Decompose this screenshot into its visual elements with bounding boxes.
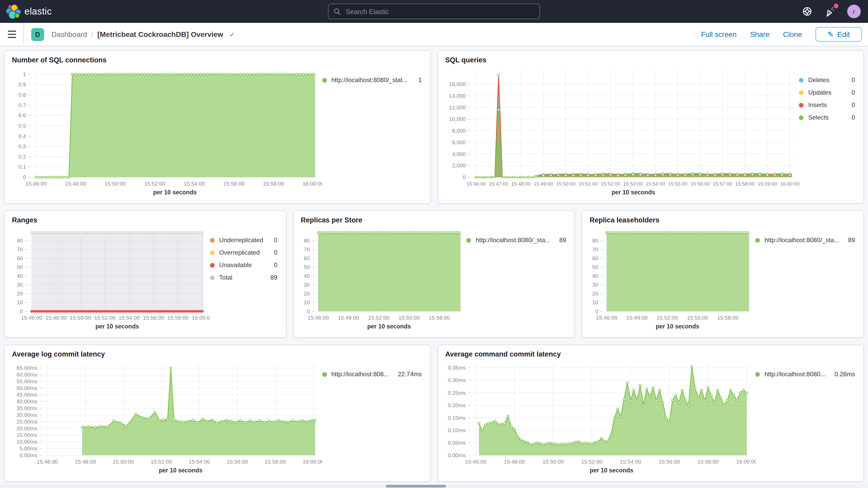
clone-button[interactable]: Clone <box>783 30 802 38</box>
edit-button[interactable]: ✎ Edit <box>815 27 862 41</box>
saved-check-icon[interactable]: ✓ <box>229 30 235 38</box>
svg-text:0.00ms: 0.00ms <box>20 452 37 458</box>
legend-item[interactable]: Unavailable0 <box>210 262 277 269</box>
chart-canvas-replica-leaseholders[interactable]: 8070605040302010015:46:0015:49:0015:52:0… <box>589 225 755 333</box>
elastic-brand[interactable]: elastic <box>0 5 121 18</box>
chart-canvas-log-commit-latency[interactable]: 65.00ms60.00ms55.00ms50.00ms45.00ms40.00… <box>11 359 322 477</box>
svg-text:30: 30 <box>304 282 310 288</box>
space-badge[interactable]: D <box>31 28 44 41</box>
hamburger-menu-icon[interactable] <box>0 23 24 46</box>
legend-series-dot <box>210 238 214 242</box>
dashboard-grid: Number of SQL connections 10.90.80.70.60… <box>0 46 868 486</box>
svg-text:0: 0 <box>20 308 23 314</box>
pencil-icon: ✎ <box>828 30 833 38</box>
svg-text:40.00ms: 40.00ms <box>17 398 37 404</box>
panel-replica-leaseholders: Replica leaseholders 8070605040302010015… <box>582 211 864 338</box>
legend-series-label: Overreplicated <box>219 249 259 256</box>
legend-item[interactable]: Underreplicated0 <box>210 237 277 244</box>
svg-text:0.20ms: 0.20ms <box>447 402 465 408</box>
svg-text:80: 80 <box>17 238 23 243</box>
breadcrumb-dashboard[interactable]: Dashboard <box>52 30 87 38</box>
svg-text:per 10 seconds: per 10 seconds <box>589 467 633 474</box>
chart-legend: http://localhost:8080...0.26ms <box>755 359 857 477</box>
svg-text:16:00:00: 16:00:00 <box>303 181 322 187</box>
svg-text:8,000: 8,000 <box>452 128 465 133</box>
svg-text:15:53:00: 15:53:00 <box>623 181 643 187</box>
svg-text:16,000: 16,000 <box>449 81 465 87</box>
legend-series-dot <box>799 115 804 120</box>
chart-legend: http://localhost:808...22.74ms <box>322 359 424 477</box>
svg-text:15:56:00: 15:56:00 <box>658 459 680 465</box>
svg-text:0.35ms: 0.35ms <box>447 365 465 370</box>
legend-item[interactable]: Inserts0 <box>799 101 855 109</box>
legend-series-value: 89 <box>844 237 855 244</box>
elastic-logo-icon <box>6 5 20 18</box>
svg-text:per 10 seconds: per 10 seconds <box>656 323 699 330</box>
legend-item[interactable]: Total89 <box>210 274 277 281</box>
legend-series-value: 22.74ms <box>394 370 422 378</box>
panel-ranges: Ranges 8070605040302010015:46:0015:48:00… <box>4 211 286 338</box>
panel-sql-queries: SQL queries 16,00014,00012,00010,0008,00… <box>437 51 864 204</box>
legend-item[interactable]: http://localhost:8080...0.26ms <box>755 370 855 378</box>
svg-text:15:46:00: 15:46:00 <box>26 181 47 187</box>
svg-text:60.00ms: 60.00ms <box>17 372 37 377</box>
svg-text:14,000: 14,000 <box>449 93 465 99</box>
svg-text:10: 10 <box>592 299 598 305</box>
legend-series-dot <box>755 238 760 242</box>
scrollbar-thumb[interactable] <box>386 485 446 487</box>
svg-text:16:00:00: 16:00:00 <box>780 181 799 187</box>
svg-text:per 10 seconds: per 10 seconds <box>367 323 411 330</box>
share-button[interactable]: Share <box>750 30 770 38</box>
legend-series-label: Unavailable <box>219 262 252 269</box>
legend-item[interactable]: Overreplicated0 <box>210 249 277 256</box>
legend-item[interactable]: http://localhost:8080/_sta...89 <box>755 237 855 244</box>
dashboard-toolbar: D Dashboard / [Metricbeat CockroachDB] O… <box>0 23 868 46</box>
svg-text:15:46:00: 15:46:00 <box>21 315 42 321</box>
chart-canvas-sql-connections[interactable]: 10.90.80.70.60.50.40.30.20.1015:46:0015:… <box>11 65 322 199</box>
page-title[interactable]: [Metricbeat CockroachDB] Overview <box>97 30 223 38</box>
search-icon <box>334 8 340 15</box>
svg-text:2,000: 2,000 <box>452 162 465 169</box>
legend-item[interactable]: Updates0 <box>799 89 855 96</box>
svg-text:15:49:00: 15:49:00 <box>627 315 648 321</box>
legend-item[interactable]: Deletes0 <box>799 77 855 84</box>
svg-text:15:46:00: 15:46:00 <box>307 315 329 321</box>
legend-series-dot <box>799 90 804 95</box>
legend-series-dot <box>799 103 804 107</box>
chart-legend: http://localhost:8080/_sta...89 <box>466 225 568 333</box>
svg-text:per 10 seconds: per 10 seconds <box>159 467 202 474</box>
svg-text:15:50:00: 15:50:00 <box>104 181 126 187</box>
svg-text:15:48:00: 15:48:00 <box>503 459 525 465</box>
svg-text:55.00ms: 55.00ms <box>17 378 37 384</box>
legend-series-value: 89 <box>267 274 278 281</box>
legend-item[interactable]: http://localhost:8080/_stat...1 <box>322 77 422 84</box>
legend-item[interactable]: http://localhost:808...22.74ms <box>322 370 422 378</box>
svg-text:6,000: 6,000 <box>452 139 465 145</box>
chart-canvas-command-commit-latency[interactable]: 0.35ms0.30ms0.25ms0.20ms0.15ms0.10ms0.05… <box>444 359 755 477</box>
user-avatar[interactable]: r <box>847 5 861 18</box>
svg-text:15:48:00: 15:48:00 <box>74 459 96 465</box>
legend-series-label: Inserts <box>808 101 827 109</box>
svg-text:0.6: 0.6 <box>19 112 26 118</box>
svg-text:60: 60 <box>592 255 598 261</box>
svg-text:15.00ms: 15.00ms <box>17 432 37 438</box>
horizontal-scrollbar[interactable] <box>0 484 868 488</box>
chart-canvas-replicas-per-store[interactable]: 8070605040302010015:46:0015:49:0015:52:0… <box>300 225 466 333</box>
chart-canvas-ranges[interactable]: 8070605040302010015:46:0015:48:0015:50:0… <box>11 225 210 333</box>
panel-number-of-sql-connections: Number of SQL connections 10.90.80.70.60… <box>4 51 431 204</box>
svg-text:0: 0 <box>23 174 26 180</box>
full-screen-button[interactable]: Full screen <box>701 30 737 38</box>
chart-canvas-sql-queries[interactable]: 16,00014,00012,00010,0008,0006,0004,0002… <box>444 65 799 199</box>
help-icon[interactable] <box>802 6 813 17</box>
global-search[interactable] <box>328 4 540 19</box>
legend-item[interactable]: http://localhost:8080/_sta...89 <box>466 237 566 244</box>
svg-text:0.25ms: 0.25ms <box>447 390 465 396</box>
search-input[interactable] <box>345 7 534 16</box>
newsfeed-icon[interactable] <box>824 6 836 17</box>
svg-text:15:57:00: 15:57:00 <box>713 181 732 187</box>
svg-text:15:56:00: 15:56:00 <box>143 315 164 321</box>
legend-item[interactable]: Selects0 <box>799 114 855 121</box>
legend-series-label: http://localhost:8080... <box>765 370 826 378</box>
svg-text:15:50:00: 15:50:00 <box>113 459 134 465</box>
legend-series-value: 0.26ms <box>830 370 855 378</box>
